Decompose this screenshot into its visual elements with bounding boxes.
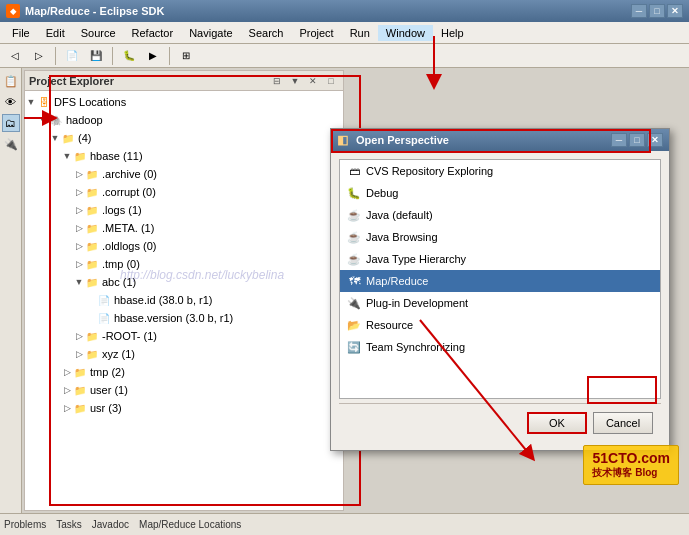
tree-toggle-logs[interactable]: ▷ [73, 204, 85, 216]
toolbar-run-button[interactable]: ▶ [142, 46, 164, 66]
panel-menu-button[interactable]: ▼ [287, 73, 303, 89]
tree-item-hbaseversion[interactable]: ▷ 📄 hbase.version (3.0 b, r1) [25, 309, 343, 327]
panel-close-button[interactable]: ✕ [305, 73, 321, 89]
folder-icon-root: 📁 [85, 329, 99, 343]
tree-label-xyz: xyz (1) [102, 348, 135, 360]
maximize-button[interactable]: □ [649, 4, 665, 18]
tree-item-hadoop[interactable]: ▼ 🐘 hadoop [25, 111, 343, 129]
tree-toggle-root[interactable]: ▷ [73, 330, 85, 342]
panel-maximize-button[interactable]: □ [323, 73, 339, 89]
dialog-item-cvs[interactable]: 🗃 CVS Repository Exploring [340, 160, 660, 182]
dialog-item-team-sync[interactable]: 🔄 Team Synchronizing [340, 336, 660, 358]
toolbar: ◁ ▷ 📄 💾 🐛 ▶ ⊞ [0, 44, 689, 68]
dialog-item-java-browsing[interactable]: ☕ Java Browsing [340, 226, 660, 248]
menu-navigate[interactable]: Navigate [181, 25, 240, 41]
resource-icon: 📂 [346, 317, 362, 333]
dialog-item-resource[interactable]: 📂 Resource [340, 314, 660, 336]
tree-item-user[interactable]: ▷ 📁 user (1) [25, 381, 343, 399]
dialog-list[interactable]: 🗃 CVS Repository Exploring 🐛 Debug ☕ Jav… [339, 159, 661, 399]
dialog-item-java-type-hierarchy[interactable]: ☕ Java Type Hierarchy [340, 248, 660, 270]
folder-icon-hbase: 📁 [73, 149, 87, 163]
tree-label-logs: .logs (1) [102, 204, 142, 216]
dialog-item-mapreduce[interactable]: 🗺 Map/Reduce [340, 270, 660, 292]
side-icon-1[interactable]: 📋 [2, 72, 20, 90]
tree-toggle-hadoop[interactable]: ▼ [37, 114, 49, 126]
folder-icon-tmp-dot: 📁 [85, 257, 99, 271]
tree-item-tmp[interactable]: ▷ 📁 tmp (2) [25, 363, 343, 381]
status-mapreduce[interactable]: Map/Reduce Locations [139, 519, 241, 530]
tree-toggle-corrupt[interactable]: ▷ [73, 186, 85, 198]
team-sync-label: Team Synchronizing [366, 341, 465, 353]
tree-toggle-user[interactable]: ▷ [61, 384, 73, 396]
tree-label-hadoop: hadoop [66, 114, 103, 126]
status-bar: Problems Tasks Javadoc Map/Reduce Locati… [0, 513, 689, 535]
tree-item-corrupt[interactable]: ▷ 📁 .corrupt (0) [25, 183, 343, 201]
menu-run[interactable]: Run [342, 25, 378, 41]
tree-toggle-usr[interactable]: ▷ [61, 402, 73, 414]
tree-toggle-abc[interactable]: ▼ [73, 276, 85, 288]
toolbar-perspective-button[interactable]: ⊞ [175, 46, 197, 66]
tree-toggle-hbase[interactable]: ▼ [61, 150, 73, 162]
menu-window[interactable]: Window [378, 25, 433, 41]
tree-item-meta[interactable]: ▷ 📁 .META. (1) [25, 219, 343, 237]
tree-item-archive[interactable]: ▷ 📁 .archive (0) [25, 165, 343, 183]
tree-toggle-dfs[interactable]: ▼ [25, 96, 37, 108]
tree-toggle-oldlogs[interactable]: ▷ [73, 240, 85, 252]
folder-icon-oldlogs: 📁 [85, 239, 99, 253]
ok-button[interactable]: OK [527, 412, 587, 434]
minimize-button[interactable]: ─ [631, 4, 647, 18]
panel-collapse-button[interactable]: ⊟ [269, 73, 285, 89]
side-icon-3[interactable]: 🗂 [2, 114, 20, 132]
tree-toggle-archive[interactable]: ▷ [73, 168, 85, 180]
java-browsing-icon: ☕ [346, 229, 362, 245]
dialog-item-java-default[interactable]: ☕ Java (default) [340, 204, 660, 226]
menu-source[interactable]: Source [73, 25, 124, 41]
tree-item-4[interactable]: ▼ 📁 (4) [25, 129, 343, 147]
tree-item-root[interactable]: ▷ 📁 -ROOT- (1) [25, 327, 343, 345]
status-problems[interactable]: Problems [4, 519, 46, 530]
toolbar-save-button[interactable]: 💾 [85, 46, 107, 66]
menu-project[interactable]: Project [291, 25, 341, 41]
tree-label-oldlogs: .oldlogs (0) [102, 240, 156, 252]
tree-item-logs[interactable]: ▷ 📁 .logs (1) [25, 201, 343, 219]
tree-toggle-xyz[interactable]: ▷ [73, 348, 85, 360]
project-explorer-header: Project Explorer ⊟ ▼ ✕ □ [25, 71, 343, 91]
tree-item-hbase[interactable]: ▼ 📁 hbase (11) [25, 147, 343, 165]
menu-search[interactable]: Search [241, 25, 292, 41]
status-javadoc[interactable]: Javadoc [92, 519, 129, 530]
tree-toggle-tmp-dot[interactable]: ▷ [73, 258, 85, 270]
side-icon-4[interactable]: 🔌 [2, 135, 20, 153]
tree-item-hbaseid[interactable]: ▷ 📄 hbase.id (38.0 b, r1) [25, 291, 343, 309]
tree-toggle-tmp[interactable]: ▷ [61, 366, 73, 378]
tree-toggle-meta[interactable]: ▷ [73, 222, 85, 234]
tree-item-usr[interactable]: ▷ 📁 usr (3) [25, 399, 343, 417]
toolbar-forward-button[interactable]: ▷ [28, 46, 50, 66]
dialog-minimize-button[interactable]: ─ [611, 133, 627, 147]
tree-item-xyz[interactable]: ▷ 📁 xyz (1) [25, 345, 343, 363]
side-icon-2[interactable]: 👁 [2, 93, 20, 111]
menu-help[interactable]: Help [433, 25, 472, 41]
menu-refactor[interactable]: Refactor [124, 25, 182, 41]
cancel-button[interactable]: Cancel [593, 412, 653, 434]
app-icon: ◆ [6, 4, 20, 18]
status-tasks[interactable]: Tasks [56, 519, 82, 530]
menu-file[interactable]: File [4, 25, 38, 41]
toolbar-new-button[interactable]: 📄 [61, 46, 83, 66]
tree-toggle-4[interactable]: ▼ [49, 132, 61, 144]
tree-item-abc[interactable]: ▼ 📁 abc (1) [25, 273, 343, 291]
tree-item-tmp-dot[interactable]: ▷ 📁 .tmp (0) [25, 255, 343, 273]
dialog-item-plugin[interactable]: 🔌 Plug-in Development [340, 292, 660, 314]
title-controls: ─ □ ✕ [631, 4, 683, 18]
toolbar-debug-button[interactable]: 🐛 [118, 46, 140, 66]
open-perspective-dialog: ◧ Open Perspective ─ □ ✕ 🗃 CVS Repositor… [330, 128, 670, 488]
tree-item-oldlogs[interactable]: ▷ 📁 .oldlogs (0) [25, 237, 343, 255]
tree-item-dfs[interactable]: ▼ 🗄 DFS Locations [25, 93, 343, 111]
close-button[interactable]: ✕ [667, 4, 683, 18]
dialog-restore-button[interactable]: □ [629, 133, 645, 147]
menu-edit[interactable]: Edit [38, 25, 73, 41]
dialog-item-debug[interactable]: 🐛 Debug [340, 182, 660, 204]
mapreduce-label: Map/Reduce [366, 275, 428, 287]
dialog-close-button[interactable]: ✕ [647, 133, 663, 147]
badge-line1: 51CTO.com [592, 450, 670, 466]
toolbar-back-button[interactable]: ◁ [4, 46, 26, 66]
